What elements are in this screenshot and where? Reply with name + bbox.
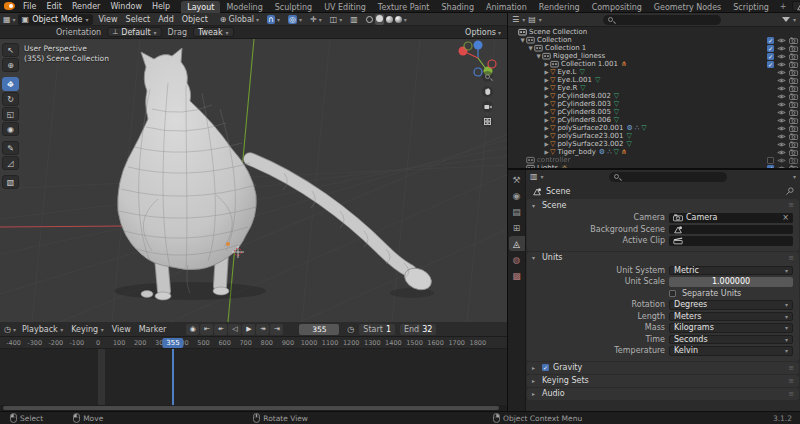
outliner-row[interactable]: ▶Collection 1.001⋔✓ [508,60,800,68]
expand-arrow-icon[interactable]: ▼ [535,53,542,59]
mesh-data-icon[interactable]: ▽ [614,101,619,108]
eye-icon[interactable] [777,93,786,100]
play-reverse-button[interactable]: ◁ [228,324,241,335]
properties-tab-scene[interactable]: ◬ [509,236,525,251]
prev-keyframe-button[interactable]: ↞ [214,324,227,335]
eye-icon[interactable] [777,53,786,60]
mesh-object-icon[interactable]: ▽ [550,93,555,100]
measure-tool-button[interactable]: ◿ [2,156,19,170]
proportional-editing-toggle[interactable]: ◎▾ [288,15,302,24]
outliner-row[interactable]: ▼Collection✓ [508,36,800,44]
solid-shading-button[interactable] [375,14,384,25]
outliner-row[interactable]: ▶▽polySurface23.001▽ [508,132,800,140]
mesh-data-icon[interactable]: ▽ [614,117,619,124]
overlays-toggle[interactable]: ◫▾ [330,15,343,24]
z-axis-ball[interactable] [474,41,483,50]
expand-arrow-icon[interactable]: ▶ [543,125,550,131]
eye-icon[interactable] [777,125,786,132]
expand-arrow-icon[interactable]: ▼ [527,45,534,51]
outliner-row[interactable]: ▶▽Eye.R▽ [508,84,800,92]
timeline-menu-playback[interactable]: Playback ▾ [18,325,67,334]
workspace-tab-sculpting[interactable]: Sculpting [269,1,318,13]
play-button[interactable]: ▶ [242,324,255,335]
properties-editor-icon[interactable]: ▥ [530,172,538,181]
eye-icon[interactable] [777,69,786,76]
cursor-tool-button[interactable]: ⊕ [2,58,19,72]
workspace-tab-modeling[interactable]: Modeling [220,1,268,13]
eye-icon[interactable] [777,45,786,52]
unit-system-select[interactable]: Metric▾ [669,266,793,276]
particles-icon[interactable]: ∴ [635,125,639,132]
outliner-row[interactable]: ▶▽polySurface20.001⚙∴▽ [508,124,800,132]
outliner-row[interactable]: ▼Rigged_lioness✓ [508,52,800,60]
panel-grip-icon[interactable]: ≡ [788,201,794,209]
outliner-row[interactable]: ▶▽Tiger_body⚙∴▽⋔ [508,148,800,156]
expand-arrow-icon[interactable]: ▸ [532,390,538,397]
expand-arrow-icon[interactable]: ▶ [543,133,550,139]
viewport-menu-select[interactable]: Select [122,15,155,24]
viewport-menu-add[interactable]: Add [154,15,178,24]
mesh-object-icon[interactable]: ▽ [550,109,555,116]
menu-help[interactable]: Help [147,2,175,11]
render-camera-icon[interactable] [789,125,798,132]
eye-icon[interactable] [777,101,786,108]
transform-tool-button[interactable]: ◉ [2,122,19,136]
panel-grip-icon[interactable]: ≡ [788,364,794,372]
xray-toggle[interactable]: ▥ [350,15,358,24]
outliner-row[interactable]: ▶▽Eye.L.001▽ [508,76,800,84]
active-clip-field[interactable] [669,236,793,246]
exclude-checkbox[interactable]: ✓ [542,364,549,371]
mesh-object-icon[interactable]: ▽ [550,149,555,156]
jump-end-button[interactable]: ⇥ [270,324,283,335]
timeline-menu-view[interactable]: View [108,325,135,334]
jump-start-button[interactable]: ⇤ [200,324,213,335]
ortho-grid-icon[interactable] [482,116,493,127]
timeline-body[interactable] [0,349,507,405]
expand-arrow-icon[interactable]: ▸ [532,364,538,371]
add-cube-tool-button[interactable]: ▧ [2,175,19,189]
workspace-tab-scripting[interactable]: Scripting [727,1,775,13]
annotate-tool-button[interactable]: ✎ [2,141,19,155]
scrollbar-thumb[interactable] [3,406,499,410]
menu-file[interactable]: File [18,2,41,11]
expand-arrow-icon[interactable]: ▶ [543,85,550,91]
panel-audio[interactable]: ▸Audio≡ [527,388,799,400]
mesh-data-icon[interactable]: ▽ [626,133,631,140]
modifier-wrench-icon[interactable]: ⚙ [599,149,605,156]
expand-arrow-icon[interactable]: ▶ [543,61,550,67]
armature-icon[interactable]: ⋔ [621,149,627,156]
eye-icon[interactable] [777,117,786,124]
panel-gravity[interactable]: ▸✓Gravity≡ [527,362,799,374]
armature-icon[interactable]: ⋔ [621,61,627,68]
timeline-menu-keying[interactable]: Keying ▾ [67,325,107,334]
eye-icon[interactable] [777,85,786,92]
next-keyframe-button[interactable]: ↠ [256,324,269,335]
eye-icon[interactable] [777,37,786,44]
render-camera-icon[interactable] [789,69,798,76]
render-camera-icon[interactable] [789,133,798,140]
pin-icon[interactable] [785,187,794,196]
properties-tab-view-layer[interactable]: ⊞ [509,220,525,235]
workspace-tab-shading[interactable]: Shading [435,1,480,13]
mesh-object-icon[interactable]: ▽ [550,133,555,140]
workspace-tab-rendering[interactable]: Rendering [533,1,586,13]
exclude-checkbox[interactable] [669,290,676,297]
expand-arrow-icon[interactable]: ▶ [543,101,550,107]
eye-icon[interactable] [777,141,786,148]
outliner-row[interactable]: ▶▽pCylinder8.005▽ [508,108,800,116]
workspace-tab-layout[interactable]: Layout [181,1,220,13]
mesh-object-icon[interactable]: ▽ [550,117,555,124]
panel-grip-icon[interactable]: ≡ [788,254,794,262]
rotation-select[interactable]: Degrees▾ [669,300,793,310]
properties-tab-output[interactable]: ▤ [509,204,525,219]
mesh-data-icon[interactable]: ▽ [614,149,619,156]
mesh-object-icon[interactable]: ▽ [550,85,555,92]
eye-icon[interactable] [777,109,786,116]
playhead[interactable] [172,349,174,405]
current-frame-field[interactable]: 355 [299,324,339,335]
panel-keying-sets[interactable]: ▸Keying Sets≡ [527,375,799,387]
exclude-checkbox[interactable]: ✓ [767,165,774,169]
timeline-menu-marker[interactable]: Marker [135,325,171,334]
tiger-model[interactable] [118,48,435,300]
current-frame-badge[interactable]: 355 [162,338,183,348]
